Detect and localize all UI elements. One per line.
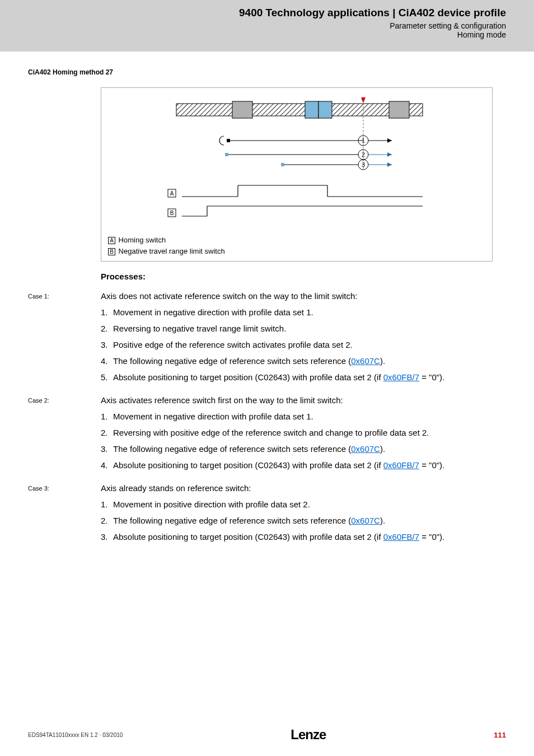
list-item: The following negative edge of reference… — [101, 355, 506, 367]
svg-rect-14 — [225, 153, 228, 156]
case-list: Movement in positive direction with prof… — [101, 498, 506, 543]
svg-marker-22 — [387, 162, 392, 167]
case-list: Movement in negative direction with prof… — [101, 410, 506, 471]
diagram-svg: 1 2 3 — [101, 88, 492, 232]
svg-rect-5 — [318, 101, 332, 118]
list-item: Reversing to negative travel range limit… — [101, 323, 506, 334]
page-footer: EDS94TA11010xxxx EN 1.2 · 03/2010 Lenze … — [0, 727, 534, 743]
svg-rect-19 — [281, 163, 284, 166]
svg-rect-3 — [389, 101, 409, 118]
page-header: 9400 Technology applications | CiA402 de… — [0, 0, 534, 52]
legend-a: A Homing switch — [108, 235, 485, 246]
case-label: Case 2: — [28, 395, 101, 475]
homing-diagram: 1 2 3 — [101, 87, 493, 262]
svg-marker-6 — [361, 97, 366, 103]
case-block: Case 2:Axis activates reference switch f… — [28, 395, 506, 475]
circle-1-label: 1 — [362, 137, 365, 144]
svg-rect-4 — [305, 101, 318, 118]
list-item: Absolute positioning to target position … — [101, 459, 506, 471]
homing-svg-icon: 1 2 3 — [115, 96, 479, 230]
case-intro: Axis activates reference switch first on… — [101, 395, 506, 405]
doc-link[interactable]: 0x60FB/7 — [383, 460, 419, 470]
svg-rect-9 — [227, 139, 230, 142]
case-body: Axis does not activate reference switch … — [101, 291, 506, 388]
case-intro: Axis does not activate reference switch … — [101, 291, 506, 301]
legend-b: B Negative travel range limit switch — [108, 246, 485, 257]
diagram-legend: A Homing switch B Negative travel range … — [101, 232, 492, 261]
case-label: Case 1: — [28, 291, 101, 388]
footer-logo: Lenze — [291, 727, 326, 743]
header-subtitle-2: Homing mode — [28, 30, 506, 39]
case-body: Axis already stands on reference switch:… — [101, 483, 506, 547]
doc-link[interactable]: 0x60FB/7 — [383, 532, 419, 542]
case-list: Movement in negative direction with prof… — [101, 306, 506, 383]
legend-a-text: Homing switch — [116, 236, 166, 244]
case-block: Case 3:Axis already stands on reference … — [28, 483, 506, 547]
footer-docid: EDS94TA11010xxxx EN 1.2 · 03/2010 — [28, 732, 123, 738]
doc-link[interactable]: 0x607C — [351, 444, 380, 454]
cases-container: Case 1:Axis does not activate reference … — [28, 291, 506, 547]
circle-3-label: 3 — [362, 161, 365, 168]
svg-marker-12 — [387, 138, 392, 143]
case-intro: Axis already stands on reference switch: — [101, 483, 506, 493]
footer-page-number: 111 — [494, 731, 506, 739]
svg-rect-1 — [176, 104, 423, 116]
svg-marker-17 — [387, 152, 392, 157]
legend-a-box: A — [108, 237, 115, 244]
doc-link[interactable]: 0x607C — [351, 356, 380, 366]
list-item: Movement in positive direction with prof… — [101, 498, 506, 510]
list-item: Movement in negative direction with prof… — [101, 410, 506, 422]
list-item: Reversing with positive edge of the refe… — [101, 427, 506, 438]
list-item: Absolute positioning to target position … — [101, 531, 506, 543]
case-block: Case 1:Axis does not activate reference … — [28, 291, 506, 388]
legend-b-box: B — [108, 248, 115, 255]
list-item: Movement in negative direction with prof… — [101, 306, 506, 318]
case-body: Axis activates reference switch first on… — [101, 395, 506, 475]
doc-link[interactable]: 0x607C — [351, 516, 380, 525]
list-item: The following negative edge of reference… — [101, 443, 506, 455]
list-item: Absolute positioning to target position … — [101, 371, 506, 383]
svg-rect-2 — [232, 101, 252, 118]
circle-2-label: 2 — [362, 151, 365, 158]
list-item: The following negative edge of reference… — [101, 515, 506, 526]
diagram-b-label: B — [170, 210, 174, 216]
list-item: Positive edge of the reference switch ac… — [101, 339, 506, 351]
case-label: Case 3: — [28, 483, 101, 547]
doc-link[interactable]: 0x60FB/7 — [383, 372, 419, 382]
header-subtitle-1: Parameter setting & configuration — [28, 21, 506, 30]
diagram-a-label: A — [170, 190, 174, 197]
content-area: CiA402 Homing method 27 — [0, 52, 534, 547]
processes-heading: Processes: — [101, 272, 506, 281]
legend-b-text: Negative travel range limit switch — [116, 247, 225, 255]
header-title: 9400 Technology applications | CiA402 de… — [28, 7, 506, 19]
section-heading: CiA402 Homing method 27 — [28, 68, 506, 76]
